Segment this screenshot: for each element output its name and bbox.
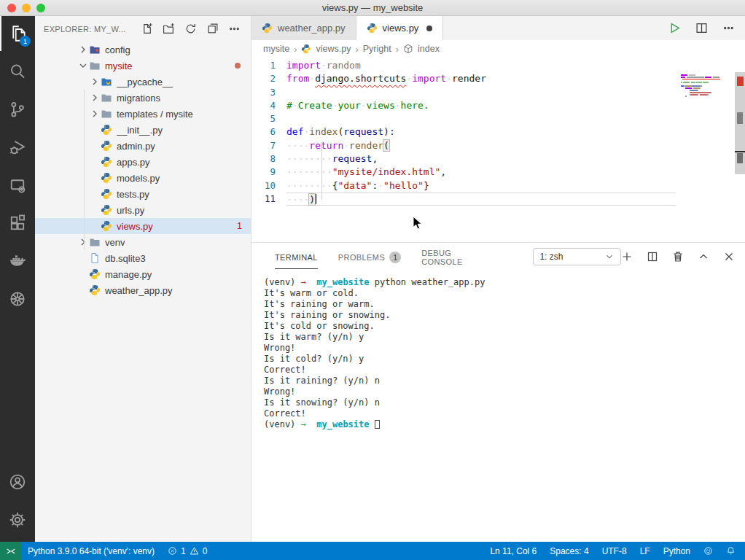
chevron-right-icon[interactable] [77,44,89,55]
editor-group: weather_app.py views.py mysite › views.p… [251,16,745,542]
source-control-icon[interactable] [0,92,35,127]
tree-item-db-sqlite3[interactable]: db.sqlite3 [35,250,251,266]
tree-item-weather-app-py[interactable]: weather_app.py [35,282,251,298]
terminal-shell-select[interactable]: 1: zsh [533,248,621,265]
close-window-button[interactable] [7,4,16,12]
tab-views[interactable]: views.py [356,16,444,40]
problems-count-badge: 1 [237,221,242,231]
eol-status[interactable]: LF [633,542,657,560]
code-line-4[interactable]: 4#·Create·your·views·here. [251,99,745,112]
python-file-icon [89,284,101,296]
code-line-7[interactable]: 7····return·render( [251,139,745,152]
breadcrumb-item[interactable]: index [418,44,440,54]
python-file-icon [101,172,112,184]
tree-item-views-py[interactable]: views.py1 [35,218,251,234]
terminal-output[interactable]: (venv) → my_website python weather_app.p… [251,271,745,430]
tree-item-admin-py[interactable]: admin.py [35,138,251,154]
settings-gear-icon[interactable] [0,502,35,537]
modified-dot-icon[interactable] [426,26,432,31]
panel-tab-label: TERMINAL [275,253,318,262]
tree-item-models-py[interactable]: models.py [35,170,251,186]
refresh-icon[interactable] [184,23,197,35]
code-line-9[interactable]: 9········"mysite/index.html", [251,166,745,179]
tab-terminal[interactable]: TERMINAL [275,245,318,269]
tree-item-migrations[interactable]: migrations [35,90,251,106]
folder-icon [101,108,112,120]
split-terminal-icon[interactable] [647,251,658,262]
chevron-right-icon[interactable] [89,76,101,88]
remote-indicator-icon[interactable] [0,542,21,560]
chevron-right-icon[interactable] [89,108,101,120]
editor-scrollbar[interactable] [735,58,745,260]
tree-item-apps-py[interactable]: apps.py [35,154,251,170]
more-actions-icon[interactable] [722,22,735,34]
breadcrumb-item[interactable]: mysite [263,44,289,54]
terminal-line: Is it raining? (y/n) n [264,376,745,386]
explorer-icon[interactable]: 1 [0,16,35,51]
account-icon[interactable] [0,464,35,499]
minimap[interactable] [681,74,733,98]
close-panel-icon[interactable] [723,251,735,262]
more-actions-icon[interactable] [228,23,241,35]
tree-item-manage-py[interactable]: manage.py [35,266,251,282]
code-line-3[interactable]: 3 [251,86,745,99]
new-folder-icon[interactable] [163,23,175,35]
code-editor[interactable]: 1import·random2from·django.shortcuts·imp… [251,58,745,260]
code-line-8[interactable]: 8········request, [251,152,745,166]
docker-icon[interactable] [0,244,35,279]
terminal-line: Wrong! [264,343,745,354]
collapse-folders-icon[interactable] [206,23,219,35]
tab-weather-app[interactable]: weather_app.py [251,16,356,40]
chevron-placeholder [89,140,101,152]
explorer-badge: 1 [20,36,31,47]
notifications-bell-icon[interactable] [719,542,742,560]
run-python-file-icon[interactable] [668,22,681,34]
chevron-down-icon[interactable] [77,60,89,71]
status-bar: Python 3.9.0 64-bit ('venv': venv) 1 0 L… [0,542,745,560]
run-and-debug-icon[interactable] [0,130,35,165]
new-terminal-icon[interactable] [621,251,633,262]
breadcrumb-item[interactable]: Pyright [363,44,391,54]
tree-item-urls-py[interactable]: urls.py [35,202,251,218]
indentation-status[interactable]: Spaces: 4 [543,542,595,560]
new-file-icon[interactable] [141,23,153,35]
encoding-status[interactable]: UTF-8 [596,542,633,560]
search-icon[interactable] [0,54,35,89]
tree-item-config[interactable]: config [35,42,251,58]
python-interpreter-status[interactable]: Python 3.9.0 64-bit ('venv': venv) [21,542,161,560]
tree-item-templates-mysite[interactable]: templates / mysite [35,106,251,122]
code-line-5[interactable]: 5 [251,112,745,125]
tab-debug-console[interactable]: DEBUG CONSOLE [421,241,472,273]
chevron-right-icon[interactable] [89,92,101,104]
extensions-icon[interactable] [0,206,35,241]
tree-item--pycache-[interactable]: __pycache__ [35,74,251,90]
maximize-panel-icon[interactable] [698,251,709,262]
breadcrumb-item[interactable]: views.py [316,44,351,54]
kubernetes-icon[interactable] [0,281,35,316]
language-mode-status[interactable]: Python [657,542,697,560]
terminal-line: Correct! [264,365,745,376]
tree-item-mysite[interactable]: mysite [35,58,251,74]
python-file-icon [367,23,378,34]
tree-item--init-py[interactable]: __init__.py [35,122,251,138]
code-line-6[interactable]: 6def·index(request): [251,125,745,139]
cursor-position-status[interactable]: Ln 11, Col 6 [483,542,543,560]
tree-item-venv[interactable]: venv [35,234,251,250]
feedback-icon[interactable] [697,542,719,560]
code-line-1[interactable]: 1import·random [251,59,745,72]
split-editor-icon[interactable] [695,22,708,34]
kill-terminal-icon[interactable] [672,251,684,262]
code-line-10[interactable]: 10········{"data":·"hello"} [251,179,745,192]
code-line-2[interactable]: 2from·django.shortcuts·import·render [251,72,745,85]
minimize-window-button[interactable] [22,4,31,12]
tree-item-tests-py[interactable]: tests.py [35,186,251,202]
tab-problems[interactable]: PROBLEMS 1 [338,244,401,270]
zoom-window-button[interactable] [36,4,45,12]
chevron-right-icon[interactable] [77,236,89,248]
tab-label: views.py [383,23,419,34]
problems-status[interactable]: 1 0 [161,542,214,560]
remote-explorer-icon[interactable] [0,168,35,203]
terminal-line: Is it warm? (y/n) y [264,332,745,343]
window-title: views.py — my_website [322,2,424,13]
code-line-11[interactable]: 11····) [251,192,745,206]
